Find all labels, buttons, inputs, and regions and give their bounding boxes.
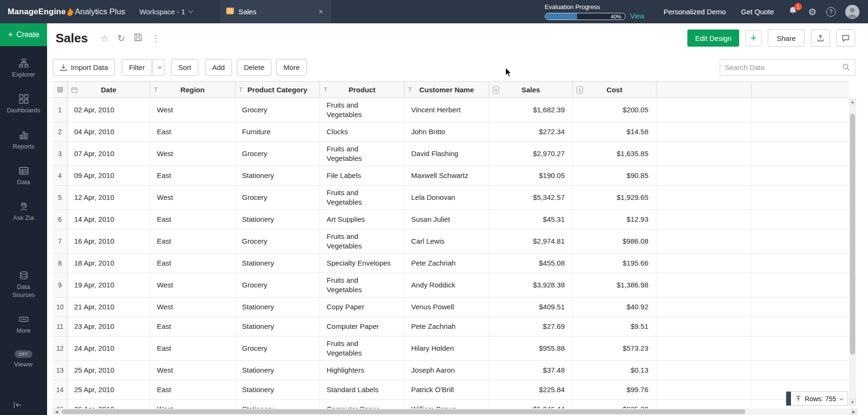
cell[interactable]: Stationery [235, 380, 320, 399]
horizontal-scrollbar[interactable]: ◀ ▶ [53, 408, 858, 415]
cell[interactable]: Computer Paper [320, 400, 405, 408]
cell[interactable]: Patrick O'Brill [405, 380, 489, 399]
cell[interactable]: $27.69 [489, 317, 573, 336]
add-button[interactable]: Add [205, 59, 232, 76]
cell[interactable]: Fruits and Vegetables [320, 273, 405, 297]
sidebar-item-more[interactable]: More [0, 315, 47, 335]
viewer-off-toggle[interactable]: OFF [15, 350, 33, 358]
cell[interactable]: Pete Zachriah [405, 317, 489, 336]
sidebar-item-data[interactable]: Data [0, 166, 47, 186]
cell[interactable]: $1,046.44 [489, 400, 573, 408]
evaluation-view-link[interactable]: View [630, 12, 645, 20]
cell[interactable]: $37.48 [489, 361, 573, 380]
cell[interactable]: File Labels [320, 166, 405, 185]
cell[interactable]: Lela Donovan [405, 186, 489, 209]
cell[interactable]: Grocery [235, 186, 320, 209]
column-header-product[interactable]: TProduct [320, 82, 405, 98]
settings-gear-icon[interactable]: ⚙ [808, 7, 817, 17]
scroll-left-arrow[interactable]: ◀ [53, 408, 60, 415]
cell[interactable]: Maxwell Schwartz [405, 166, 489, 185]
cell[interactable]: Stationery [235, 166, 320, 185]
export-button[interactable] [811, 30, 830, 47]
cell[interactable]: Stationery [235, 297, 320, 316]
import-data-button[interactable]: Import Data [53, 59, 115, 76]
workspace-selector[interactable]: Workspace - 1 [139, 8, 192, 16]
cell[interactable]: Copy Paper [320, 297, 405, 316]
cell[interactable]: 12 Apr, 2010 [68, 186, 150, 209]
help-icon[interactable]: ? [826, 7, 836, 17]
sidebar-collapse-button[interactable] [12, 401, 23, 411]
cell[interactable]: Art Supplies [320, 210, 405, 229]
cell[interactable]: William Brown [405, 400, 489, 408]
cell[interactable]: $685.39 [573, 400, 656, 408]
cell[interactable]: Hilary Holden [405, 336, 489, 360]
cell[interactable]: East [150, 380, 235, 399]
cell[interactable]: David Flashing [405, 142, 489, 166]
cell[interactable]: Computer Paper [320, 317, 405, 336]
cell[interactable]: $190.05 [489, 166, 573, 185]
notifications-button[interactable]: 1 [788, 6, 798, 17]
cell[interactable]: Stationery [235, 361, 320, 380]
cell[interactable]: Grocery [235, 98, 320, 122]
cell[interactable]: $1,386.98 [573, 273, 656, 297]
cell[interactable]: $45.31 [489, 210, 573, 229]
cell[interactable]: 14 Apr, 2010 [68, 210, 150, 229]
cell[interactable]: $1,635.85 [573, 142, 656, 166]
filter-dropdown-button[interactable] [152, 59, 164, 76]
search-icon[interactable] [842, 63, 850, 71]
kebab-menu-icon[interactable]: ⋮ [151, 34, 160, 43]
cell[interactable]: Andy Roddick [405, 273, 489, 297]
edit-design-button[interactable]: Edit Design [687, 30, 739, 47]
cell[interactable]: $986.08 [573, 229, 656, 253]
cell[interactable]: West [150, 273, 235, 297]
scroll-right-arrow[interactable]: ▶ [850, 408, 858, 415]
cell[interactable]: West [150, 400, 235, 408]
cell[interactable]: Venus Powell [405, 297, 489, 316]
cell[interactable]: $12.93 [573, 210, 656, 229]
cell[interactable]: 24 Apr, 2010 [68, 336, 150, 360]
cell[interactable]: $195.66 [573, 254, 656, 273]
filter-button[interactable]: Filter [122, 59, 152, 76]
cell[interactable]: Grocery [235, 273, 320, 297]
horizontal-scrollbar-thumb[interactable] [61, 409, 745, 414]
cell[interactable]: West [150, 186, 235, 209]
cell[interactable]: 25 Apr, 2010 [68, 380, 150, 399]
cell[interactable]: 23 Apr, 2010 [68, 317, 150, 336]
cell[interactable]: East [150, 317, 235, 336]
create-button[interactable]: + Create [0, 23, 47, 46]
cell[interactable]: Grocery [235, 336, 320, 360]
row-number-cell[interactable]: 3 [53, 142, 68, 166]
cell[interactable]: 02 Apr, 2010 [68, 98, 150, 122]
cell[interactable]: Fruits and Vegetables [320, 229, 405, 253]
cell[interactable]: $272.34 [489, 122, 573, 141]
more-button[interactable]: More [276, 59, 307, 76]
search-input[interactable] [725, 63, 842, 71]
cell[interactable]: Specialty Envelopes [320, 254, 405, 273]
cell[interactable]: Clocks [320, 122, 405, 141]
cell[interactable]: $90.85 [573, 166, 656, 185]
sort-button[interactable]: Sort [171, 59, 199, 76]
cell[interactable]: East [150, 336, 235, 360]
cell[interactable]: East [150, 254, 235, 273]
scroll-down-arrow[interactable]: ▼ [849, 398, 856, 406]
scroll-up-arrow[interactable]: ▲ [849, 98, 856, 106]
row-number-cell[interactable]: 2 [53, 122, 68, 141]
user-avatar[interactable] [845, 5, 859, 19]
share-button[interactable]: Share [768, 30, 805, 47]
cell[interactable]: 19 Apr, 2010 [68, 273, 150, 297]
cell[interactable]: West [150, 361, 235, 380]
cell[interactable]: $1,929.65 [573, 186, 656, 209]
cell[interactable]: $955.88 [489, 336, 573, 360]
cell[interactable]: 21 Apr, 2010 [68, 297, 150, 316]
sidebar-item-reports[interactable]: Reports [0, 130, 47, 150]
cell[interactable]: Standard Labels [320, 380, 405, 399]
cell[interactable]: Susan Juliet [405, 210, 489, 229]
cell[interactable]: East [150, 166, 235, 185]
cell[interactable]: Pete Zachriah [405, 254, 489, 273]
column-header-customer-name[interactable]: TCustomer Name [405, 82, 489, 98]
cell[interactable]: West [150, 142, 235, 166]
cell[interactable]: Fruits and Vegetables [320, 98, 405, 122]
get-quote-link[interactable]: Get Quote [741, 8, 774, 16]
cell[interactable]: 26 Apr, 2010 [68, 400, 150, 408]
cell[interactable]: $9.51 [573, 317, 656, 336]
